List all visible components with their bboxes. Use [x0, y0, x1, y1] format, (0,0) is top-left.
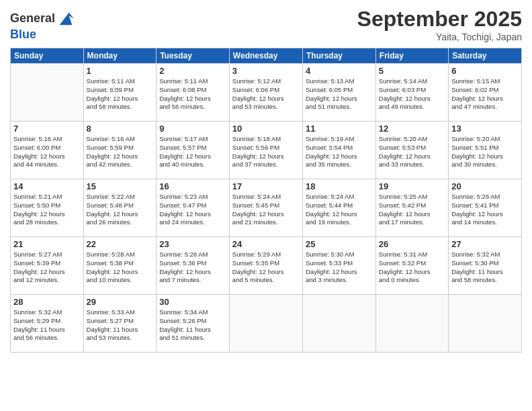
day-info: Sunrise: 5:25 AMSunset: 5:42 PMDaylight:… — [379, 193, 445, 227]
table-row: 21Sunrise: 5:27 AMSunset: 5:39 PMDayligh… — [11, 237, 84, 295]
day-number: 19 — [379, 181, 445, 191]
week-row-1: 7Sunrise: 5:16 AMSunset: 6:00 PMDaylight… — [11, 122, 522, 179]
logo: General Blue — [10, 9, 75, 42]
table-row: 17Sunrise: 5:24 AMSunset: 5:45 PMDayligh… — [229, 179, 302, 237]
day-number: 15 — [87, 181, 154, 191]
day-info: Sunrise: 5:17 AMSunset: 5:57 PMDaylight:… — [159, 135, 226, 169]
day-info: Sunrise: 5:29 AMSunset: 5:35 PMDaylight:… — [232, 250, 300, 285]
day-number: 3 — [232, 66, 300, 76]
header-wednesday: Wednesday — [229, 48, 302, 64]
day-number: 1 — [87, 66, 154, 76]
week-row-3: 21Sunrise: 5:27 AMSunset: 5:39 PMDayligh… — [11, 237, 522, 295]
day-number: 18 — [306, 181, 373, 191]
header: General Blue September 2025 Yaita, Tochi… — [10, 7, 522, 42]
day-info: Sunrise: 5:18 AMSunset: 5:56 PMDaylight:… — [232, 135, 300, 169]
day-number: 27 — [451, 239, 519, 249]
day-info: Sunrise: 5:34 AMSunset: 5:26 PMDaylight:… — [159, 308, 226, 342]
table-row: 1Sunrise: 5:11 AMSunset: 6:09 PMDaylight… — [83, 64, 157, 122]
table-row: 7Sunrise: 5:16 AMSunset: 6:00 PMDaylight… — [11, 122, 84, 179]
day-info: Sunrise: 5:12 AMSunset: 6:06 PMDaylight:… — [232, 77, 300, 111]
day-number: 8 — [87, 124, 154, 134]
table-row: 29Sunrise: 5:33 AMSunset: 5:27 PMDayligh… — [83, 295, 157, 353]
table-row — [11, 64, 84, 122]
day-info: Sunrise: 5:24 AMSunset: 5:44 PMDaylight:… — [306, 193, 373, 227]
table-row: 16Sunrise: 5:23 AMSunset: 5:47 PMDayligh… — [157, 179, 230, 237]
day-info: Sunrise: 5:20 AMSunset: 5:53 PMDaylight:… — [379, 135, 445, 169]
day-info: Sunrise: 5:32 AMSunset: 5:29 PMDaylight:… — [13, 308, 81, 342]
day-info: Sunrise: 5:11 AMSunset: 6:09 PMDaylight:… — [87, 77, 154, 111]
day-number: 12 — [379, 124, 445, 134]
day-number: 22 — [87, 239, 154, 249]
day-info: Sunrise: 5:30 AMSunset: 5:33 PMDaylight:… — [306, 250, 373, 285]
logo-text-general: General — [10, 12, 55, 26]
day-info: Sunrise: 5:16 AMSunset: 6:00 PMDaylight:… — [13, 135, 81, 169]
table-row: 3Sunrise: 5:12 AMSunset: 6:06 PMDaylight… — [229, 64, 302, 122]
day-number: 28 — [13, 297, 81, 307]
day-number: 23 — [159, 239, 226, 249]
table-row: 28Sunrise: 5:32 AMSunset: 5:29 PMDayligh… — [11, 295, 84, 353]
table-row: 5Sunrise: 5:14 AMSunset: 6:03 PMDaylight… — [375, 64, 448, 122]
week-row-4: 28Sunrise: 5:32 AMSunset: 5:29 PMDayligh… — [11, 295, 522, 353]
day-number: 17 — [232, 181, 300, 191]
day-number: 14 — [13, 181, 81, 191]
day-info: Sunrise: 5:33 AMSunset: 5:27 PMDaylight:… — [87, 308, 154, 342]
table-row: 27Sunrise: 5:32 AMSunset: 5:30 PMDayligh… — [449, 237, 522, 295]
day-number: 30 — [159, 297, 226, 307]
title-block: September 2025 Yaita, Tochigi, Japan — [357, 7, 522, 42]
header-sunday: Sunday — [11, 48, 84, 64]
header-tuesday: Tuesday — [157, 48, 230, 64]
day-number: 6 — [451, 66, 519, 76]
day-info: Sunrise: 5:19 AMSunset: 5:54 PMDaylight:… — [306, 135, 373, 169]
day-number: 20 — [451, 181, 519, 191]
day-number: 25 — [306, 239, 373, 249]
day-info: Sunrise: 5:16 AMSunset: 5:59 PMDaylight:… — [87, 135, 154, 169]
day-number: 16 — [159, 181, 226, 191]
day-number: 9 — [159, 124, 226, 134]
day-number: 11 — [306, 124, 373, 134]
day-info: Sunrise: 5:15 AMSunset: 6:02 PMDaylight:… — [451, 77, 519, 111]
table-row: 15Sunrise: 5:22 AMSunset: 5:48 PMDayligh… — [83, 179, 157, 237]
table-row: 11Sunrise: 5:19 AMSunset: 5:54 PMDayligh… — [303, 122, 376, 179]
table-row: 6Sunrise: 5:15 AMSunset: 6:02 PMDaylight… — [449, 64, 522, 122]
table-row — [303, 295, 376, 353]
table-row: 22Sunrise: 5:28 AMSunset: 5:38 PMDayligh… — [83, 237, 157, 295]
calendar: Sunday Monday Tuesday Wednesday Thursday… — [10, 48, 522, 353]
svg-marker-0 — [60, 13, 74, 26]
table-row: 23Sunrise: 5:28 AMSunset: 5:36 PMDayligh… — [157, 237, 230, 295]
table-row: 30Sunrise: 5:34 AMSunset: 5:26 PMDayligh… — [157, 295, 230, 353]
table-row: 2Sunrise: 5:11 AMSunset: 6:08 PMDaylight… — [157, 64, 230, 122]
header-monday: Monday — [83, 48, 157, 64]
day-number: 10 — [232, 124, 300, 134]
table-row: 19Sunrise: 5:25 AMSunset: 5:42 PMDayligh… — [375, 179, 448, 237]
day-info: Sunrise: 5:11 AMSunset: 6:08 PMDaylight:… — [159, 77, 226, 111]
table-row: 20Sunrise: 5:26 AMSunset: 5:41 PMDayligh… — [449, 179, 522, 237]
day-info: Sunrise: 5:31 AMSunset: 5:32 PMDaylight:… — [379, 250, 445, 285]
location: Yaita, Tochigi, Japan — [357, 32, 522, 42]
header-thursday: Thursday — [303, 48, 376, 64]
day-number: 4 — [306, 66, 373, 76]
day-info: Sunrise: 5:22 AMSunset: 5:48 PMDaylight:… — [87, 193, 154, 227]
page: General Blue September 2025 Yaita, Tochi… — [0, 0, 532, 411]
day-number: 24 — [232, 239, 300, 249]
table-row: 14Sunrise: 5:21 AMSunset: 5:50 PMDayligh… — [11, 179, 84, 237]
header-saturday: Saturday — [449, 48, 522, 64]
table-row — [229, 295, 302, 353]
table-row: 25Sunrise: 5:30 AMSunset: 5:33 PMDayligh… — [303, 237, 376, 295]
logo-text-blue: Blue — [10, 28, 36, 41]
table-row — [449, 295, 522, 353]
day-info: Sunrise: 5:14 AMSunset: 6:03 PMDaylight:… — [379, 77, 445, 111]
header-friday: Friday — [375, 48, 448, 64]
day-info: Sunrise: 5:28 AMSunset: 5:38 PMDaylight:… — [87, 250, 154, 285]
day-info: Sunrise: 5:27 AMSunset: 5:39 PMDaylight:… — [13, 250, 81, 285]
day-info: Sunrise: 5:28 AMSunset: 5:36 PMDaylight:… — [159, 250, 226, 285]
day-info: Sunrise: 5:32 AMSunset: 5:30 PMDaylight:… — [451, 250, 519, 285]
weekday-header-row: Sunday Monday Tuesday Wednesday Thursday… — [11, 48, 522, 64]
table-row: 13Sunrise: 5:20 AMSunset: 5:51 PMDayligh… — [449, 122, 522, 179]
day-info: Sunrise: 5:24 AMSunset: 5:45 PMDaylight:… — [232, 193, 300, 227]
table-row: 8Sunrise: 5:16 AMSunset: 5:59 PMDaylight… — [83, 122, 157, 179]
table-row: 12Sunrise: 5:20 AMSunset: 5:53 PMDayligh… — [375, 122, 448, 179]
month-title: September 2025 — [357, 7, 522, 32]
table-row: 26Sunrise: 5:31 AMSunset: 5:32 PMDayligh… — [375, 237, 448, 295]
table-row: 10Sunrise: 5:18 AMSunset: 5:56 PMDayligh… — [229, 122, 302, 179]
table-row: 4Sunrise: 5:13 AMSunset: 6:05 PMDaylight… — [303, 64, 376, 122]
